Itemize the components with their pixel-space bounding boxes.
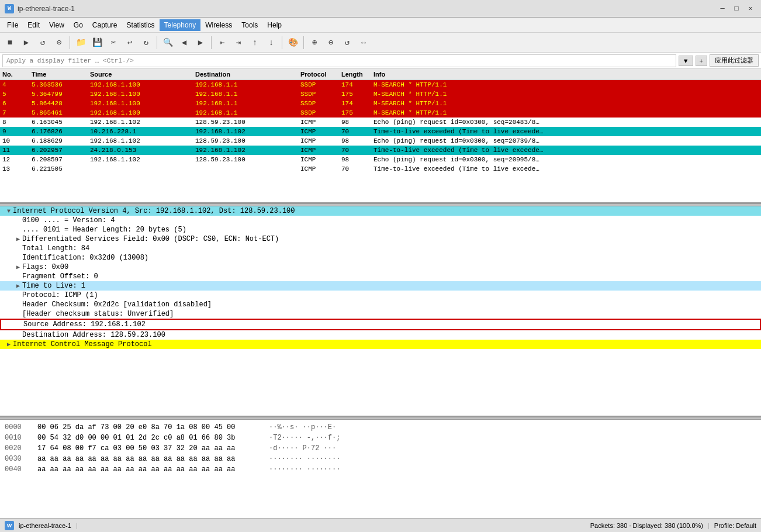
hex-row: 0030 aa aa aa aa aa aa aa aa aa aa aa aa… (5, 454, 756, 464)
packet-row[interactable]: 7 5.865461 192.168.1.100 192.168.1.1 SSD… (0, 108, 761, 118)
expand-icon[interactable]: ▶ (5, 341, 13, 348)
menu-item-statistics[interactable]: Statistics (122, 19, 160, 31)
packet-list[interactable]: No. Time Source Destination Protocol Len… (0, 69, 761, 203)
cell-proto: ICMP (298, 137, 339, 145)
toolbar-undo-button[interactable]: ↩ (122, 35, 137, 50)
toolbar-go-next-button[interactable]: ▶ (193, 35, 208, 50)
detail-row[interactable]: Source Address: 192.168.1.102 (0, 319, 761, 330)
packet-detail[interactable]: ▼Internet Protocol Version 4, Src: 192.1… (0, 206, 761, 417)
title-bar: W ip-ethereal-trace-1 ─ □ ✕ (0, 0, 761, 18)
filter-dropdown-button[interactable]: ▼ (679, 56, 693, 66)
detail-row[interactable]: ▼Internet Protocol Version 4, Src: 192.1… (0, 206, 761, 216)
toolbar-color-button[interactable]: 🎨 (285, 35, 300, 50)
expand-icon[interactable]: ▶ (14, 236, 22, 243)
detail-row[interactable]: Fragment Offset: 0 (0, 272, 761, 281)
minimize-button[interactable]: ─ (717, 3, 728, 15)
toolbar-zoom-reset-button[interactable]: ↺ (340, 35, 355, 50)
packet-row[interactable]: 13 6.221505 ICMP 70 Time-to-live exceede… (0, 164, 761, 174)
toolbar-go-prev-button[interactable]: ◀ (177, 35, 192, 50)
detail-row[interactable]: ▶Internet Control Message Protocol (0, 340, 761, 349)
hex-bytes: aa aa aa aa aa aa aa aa aa aa aa aa aa a… (37, 454, 260, 464)
cell-dst: 192.168.1.102 (193, 127, 298, 136)
cell-len: 174 (339, 99, 371, 108)
menu-item-capture[interactable]: Capture (88, 19, 122, 31)
hex-offset: 0000 (5, 422, 28, 433)
detail-row[interactable]: Header Checksum: 0x2d2c [validation disa… (0, 300, 761, 309)
toolbar-open-button[interactable]: 📁 (73, 35, 88, 50)
toolbar-cut-button[interactable]: ✂ (106, 35, 121, 50)
hex-offset: 0020 (5, 443, 28, 454)
detail-row[interactable]: Protocol: ICMP (1) (0, 291, 761, 300)
toolbar-restart-button[interactable]: ↺ (35, 35, 50, 50)
packet-row[interactable]: 5 5.364799 192.168.1.100 192.168.1.1 SSD… (0, 89, 761, 99)
detail-row[interactable]: [Header checksum status: Unverified] (0, 309, 761, 319)
hex-row: 0040 aa aa aa aa aa aa aa aa aa aa aa aa… (5, 464, 756, 475)
toolbar-save-button[interactable]: 💾 (89, 35, 105, 50)
hex-row: 0000 00 06 25 da af 73 00 20 e0 8a 70 1a… (5, 422, 756, 433)
packet-row[interactable]: 8 6.163045 192.168.1.102 128.59.23.100 I… (0, 118, 761, 127)
menu-item-view[interactable]: View (44, 19, 69, 31)
cell-no: 7 (0, 109, 29, 117)
filter-add-button[interactable]: + (696, 56, 707, 66)
toolbar-play-button[interactable]: ▶ (19, 35, 34, 50)
maximize-button[interactable]: □ (731, 3, 742, 15)
packet-row[interactable]: 6 5.864428 192.168.1.100 192.168.1.1 SSD… (0, 99, 761, 108)
col-header-src: Source (88, 70, 193, 78)
toolbar-zoom-in-button[interactable]: ⊕ (307, 35, 322, 50)
toolbar-down-button[interactable]: ↓ (264, 35, 279, 50)
packet-row[interactable]: 11 6.202957 24.218.0.153 192.168.1.102 I… (0, 146, 761, 155)
packet-row[interactable]: 9 6.176826 10.216.228.1 192.168.1.102 IC… (0, 127, 761, 136)
packet-row[interactable]: 10 6.188629 192.168.1.102 128.59.23.100 … (0, 136, 761, 146)
toolbar-redo-button[interactable]: ↻ (139, 35, 154, 50)
filter-bar: ▼ + 应用此过滤器 (0, 53, 761, 69)
detail-row[interactable]: .... 0101 = Header Length: 20 bytes (5) (0, 225, 761, 234)
menu-item-tools[interactable]: Tools (237, 19, 262, 31)
toolbar-stop-button[interactable]: ■ (2, 35, 18, 50)
cell-dst (193, 165, 298, 173)
cell-src: 24.218.0.153 (88, 146, 193, 154)
hex-row: 0020 17 64 08 00 f7 ca 03 00 50 03 37 32… (5, 443, 756, 454)
filter-apply-button[interactable]: 应用此过滤器 (710, 54, 759, 67)
detail-row[interactable]: Destination Address: 128.59.23.100 (0, 330, 761, 340)
detail-row[interactable]: ▶Flags: 0x00 (0, 262, 761, 272)
menu-item-edit[interactable]: Edit (23, 19, 44, 31)
close-button[interactable]: ✕ (745, 3, 756, 15)
toolbar-zoom-fit-button[interactable]: ↔ (356, 35, 371, 50)
detail-row[interactable]: 0100 .... = Version: 4 (0, 216, 761, 225)
toolbar-go-first-button[interactable]: ⇤ (215, 35, 230, 50)
detail-text: Differentiated Services Field: 0x00 (DSC… (22, 235, 279, 243)
menu-item-telephony[interactable]: Telephony (160, 19, 201, 31)
toolbar-separator-4 (70, 36, 70, 49)
toolbar-options-button[interactable]: ⊙ (51, 35, 67, 50)
menu-item-file[interactable]: File (2, 19, 23, 31)
packet-row[interactable]: 4 5.363536 192.168.1.100 192.168.1.1 SSD… (0, 80, 761, 89)
toolbar-find-button[interactable]: 🔍 (160, 35, 175, 50)
detail-row[interactable]: ▶Time to Live: 1 (0, 281, 761, 291)
expand-icon[interactable]: ▶ (14, 264, 22, 271)
toolbar-separator-21 (303, 36, 304, 49)
cell-no: 6 (0, 99, 29, 108)
hex-ascii: ········ ········ (269, 464, 340, 475)
col-header-time: Time (29, 70, 88, 78)
detail-text: Flags: 0x00 (22, 263, 68, 271)
cell-proto: ICMP (298, 156, 339, 164)
menu-item-go[interactable]: Go (69, 19, 88, 31)
expand-icon[interactable]: ▼ (5, 208, 13, 215)
detail-row[interactable]: Total Length: 84 (0, 244, 761, 253)
detail-row[interactable]: ▶Differentiated Services Field: 0x00 (DS… (0, 234, 761, 244)
app-icon: W (5, 4, 14, 13)
cell-no: 4 (0, 81, 29, 89)
filter-input[interactable] (2, 54, 676, 67)
menu-item-wireless[interactable]: Wireless (200, 19, 237, 31)
expand-icon[interactable]: ▶ (14, 282, 22, 289)
cell-no: 5 (0, 90, 29, 98)
detail-text: Total Length: 84 (22, 244, 89, 253)
hex-dump[interactable]: 0000 00 06 25 da af 73 00 20 e0 8a 70 1a… (0, 420, 761, 518)
toolbar-zoom-out-button[interactable]: ⊖ (323, 35, 338, 50)
detail-row[interactable]: Identification: 0x32d0 (13008) (0, 253, 761, 262)
toolbar-go-last-button[interactable]: ⇥ (231, 35, 246, 50)
toolbar-up-button[interactable]: ↑ (247, 35, 262, 50)
menu-item-help[interactable]: Help (262, 19, 286, 31)
packet-row[interactable]: 12 6.208597 192.168.1.102 128.59.23.100 … (0, 155, 761, 164)
status-stats: Packets: 380 · Displayed: 380 (100.0%) (590, 522, 703, 529)
